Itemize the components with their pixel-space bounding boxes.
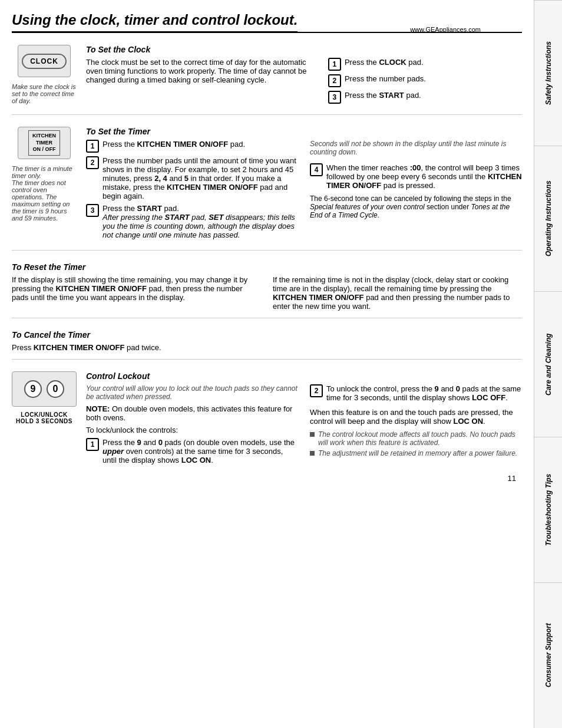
set-clock-title: To Set the Clock (86, 45, 522, 54)
clock-icon-box: CLOCK (18, 45, 71, 77)
timer-step-3: 3 Press the START pad.After pressing the… (86, 204, 298, 239)
lockout-step-num-2: 2 (310, 384, 323, 397)
timer-caption: The timer is a minute timer only. The ti… (12, 165, 77, 222)
lockout-title: Control Lockout (86, 371, 522, 381)
lockout-cols: Your control will allow you to lock out … (86, 384, 522, 468)
right-sidebar: Safety Instructions Operating Instructio… (534, 0, 562, 728)
reset-timer-right: If the remaining time is not in the disp… (273, 275, 522, 311)
loc-on-note: When this feature is on and the touch pa… (310, 408, 522, 426)
set-timer-section: KITCHEN TIMER ON / OFF The timer is a mi… (12, 122, 522, 243)
set-clock-section: CLOCK Make sure the clock is set to the … (12, 40, 522, 107)
lockout-bullet-1-text: The control lockout mode affects all tou… (318, 430, 522, 447)
cancel-timer-section: To Cancel the Timer Press KITCHEN TIMER … (12, 325, 522, 352)
timer-caption-line1: The timer is a minute timer only. (12, 165, 72, 179)
lockout-bullet-2: The adjustment will be retained in memor… (310, 449, 522, 457)
timer-step-num-4: 4 (310, 163, 323, 176)
clock-step-2-text: Press the number pads. (345, 74, 522, 83)
clock-step-3-text: Press the START pad. (345, 91, 522, 100)
timer-caption-line2: The timer does not control oven operatio… (12, 179, 70, 222)
bullet-square-2 (310, 451, 315, 456)
timer-two-col: 1 Press the KITCHEN TIMER ON/OFF pad. 2 … (86, 140, 522, 243)
reset-timer-left-text: If the display is still showing the time… (12, 275, 261, 302)
timer-step-4-text: When the timer reaches :00, the control … (326, 163, 522, 190)
cancel-timer-text: Press KITCHEN TIMER ON/OFF pad twice. (12, 343, 522, 352)
sidebar-tab-care[interactable]: Care and Cleaning (534, 291, 562, 437)
lockout-bullet-2-text: The adjustment will be retained in memor… (318, 449, 517, 457)
reset-timer-right-text: If the remaining time is not in the disp… (273, 275, 522, 311)
reset-timer-cols: If the display is still showing the time… (12, 275, 522, 311)
timer-icon-box: KITCHEN TIMER ON / OFF (18, 127, 71, 159)
reset-timer-section: To Reset the Timer If the display is sti… (12, 258, 522, 311)
clock-step-1: 1 Press the CLOCK pad. (328, 58, 522, 71)
timer-right-note: Seconds will not be shown in the display… (310, 140, 522, 156)
reset-timer-left: If the display is still showing the time… (12, 275, 261, 311)
timer-icon-label: KITCHEN TIMER ON / OFF (28, 130, 60, 156)
sidebar-tab-troubleshooting[interactable]: Troubleshooting Tips (534, 437, 562, 582)
timer-left-col: 1 Press the KITCHEN TIMER ON/OFF pad. 2 … (86, 140, 298, 243)
lockout-bullet-1: The control lockout mode affects all tou… (310, 430, 522, 447)
lockout-step-1: 1 Press the 9 and 0 pads (on double oven… (86, 438, 298, 465)
page-title: Using the clock, timer and control locko… (12, 12, 297, 32)
lockout-icon-column: 9 0 LOCK/UNLOCK HOLD 3 SECONDS (12, 371, 77, 468)
divider-2 (12, 250, 522, 251)
lock-num-9: 9 (24, 380, 42, 398)
timer-step-num-2: 2 (86, 156, 99, 169)
cancel-timer-title: To Cancel the Timer (12, 330, 522, 340)
timer-step-3-text: Press the START pad.After pressing the S… (103, 204, 298, 239)
lockout-left-col: Your control will allow you to lock out … (86, 384, 298, 468)
lockout-step-2-text: To unlock the control, press the 9 and 0… (326, 384, 522, 402)
set-timer-content: To Set the Timer 1 Press the KITCHEN TIM… (86, 127, 522, 243)
timer-icon-column: KITCHEN TIMER ON / OFF The timer is a mi… (12, 127, 77, 243)
sidebar-tab-safety[interactable]: Safety Instructions (534, 0, 562, 146)
timer-label-l2: TIMER (32, 140, 56, 147)
timer-label-l3: ON / OFF (32, 146, 56, 153)
note-bold: NOTE: (86, 404, 110, 413)
lockout-step-2: 2 To unlock the control, press the 9 and… (310, 384, 522, 402)
timer-step-1: 1 Press the KITCHEN TIMER ON/OFF pad. (86, 140, 298, 153)
website-url: www.GEAppliances.com (410, 26, 481, 33)
timer-step-2: 2 Press the number pads until the amount… (86, 156, 298, 200)
timer-label-l1: KITCHEN (32, 133, 56, 140)
lockout-intro: Your control will allow you to lock out … (86, 384, 298, 401)
bullet-square-1 (310, 432, 315, 437)
timer-right-col: Seconds will not be shown in the display… (310, 140, 522, 243)
clock-caption: Make sure the clock is set to the correc… (12, 83, 77, 104)
lockout-content: Control Lockout Your control will allow … (86, 371, 522, 468)
timer-step-4: 4 When the timer reaches :00, the contro… (310, 163, 522, 190)
divider-3 (12, 318, 522, 318)
step-num-1: 1 (328, 58, 341, 71)
set-timer-title: To Set the Timer (86, 127, 522, 136)
timer-step-1-text: Press the KITCHEN TIMER ON/OFF pad. (103, 140, 298, 149)
clock-step-2: 2 Press the number pads. (328, 74, 522, 87)
clock-icon-label: CLOCK (22, 54, 67, 69)
lockout-step-1-text: Press the 9 and 0 pads (on double oven m… (103, 438, 298, 465)
lock-num-0: 0 (47, 380, 64, 398)
lockout-right-col: 2 To unlock the control, press the 9 and… (310, 384, 522, 468)
page-number: 11 (12, 474, 522, 483)
divider-4 (12, 359, 522, 360)
reset-timer-title: To Reset the Timer (12, 262, 522, 272)
sidebar-tab-operating[interactable]: Operating Instructions (534, 146, 562, 291)
set-clock-description: The clock must be set to the correct tim… (86, 58, 319, 84)
timer-step-num-3: 3 (86, 204, 99, 217)
control-lockout-section: 9 0 LOCK/UNLOCK HOLD 3 SECONDS Control L… (12, 367, 522, 468)
timer-step-2-text: Press the number pads until the amount o… (103, 156, 298, 200)
step-num-3: 3 (328, 91, 341, 104)
sidebar-tab-consumer[interactable]: Consumer Support (534, 582, 562, 728)
step-num-2: 2 (328, 74, 341, 87)
divider-1 (12, 114, 522, 115)
lockout-step-num-1: 1 (86, 438, 99, 451)
timer-cancel-note: The 6-second tone can be canceled by fol… (310, 195, 522, 219)
lockout-note: NOTE: On double oven models, this activa… (86, 404, 298, 422)
note-text: On double oven models, this activates th… (86, 404, 292, 422)
lock-icon-caption: LOCK/UNLOCK HOLD 3 SECONDS (12, 411, 77, 424)
to-lock-label: To lock/unlock the controls: (86, 426, 298, 434)
timer-step-num-1: 1 (86, 140, 99, 153)
clock-icon-column: CLOCK Make sure the clock is set to the … (12, 45, 77, 107)
clock-step-3: 3 Press the START pad. (328, 91, 522, 104)
lockout-icon-box: 9 0 (12, 371, 77, 407)
set-clock-content: To Set the Clock The clock must be set t… (86, 45, 522, 107)
clock-step-1-text: Press the CLOCK pad. (345, 58, 522, 67)
